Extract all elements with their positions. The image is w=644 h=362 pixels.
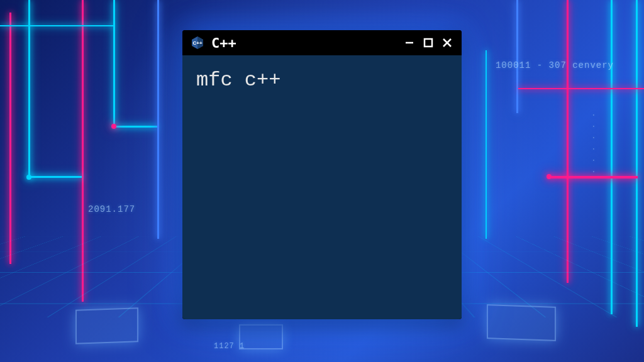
circuit-line	[28, 176, 82, 178]
circuit-line	[611, 0, 613, 314]
circuit-line	[550, 176, 638, 178]
circuit-line	[518, 88, 644, 89]
circuit-line	[113, 0, 115, 126]
circuit-line	[9, 13, 11, 264]
window-title: C++	[211, 35, 396, 51]
circuit-node	[547, 174, 552, 179]
minimize-button[interactable]	[402, 36, 416, 50]
circuit-node	[111, 124, 116, 129]
background-code-text: · · · · · ·	[590, 113, 597, 175]
circuit-line	[113, 126, 157, 128]
maximize-button[interactable]	[421, 36, 435, 50]
circuit-line	[636, 0, 638, 327]
close-button[interactable]	[440, 36, 454, 50]
circuit-line	[157, 0, 159, 239]
svg-rect-4	[425, 39, 432, 47]
circuit-line	[486, 50, 487, 239]
circuit-node	[26, 175, 31, 180]
floor-tile	[239, 324, 283, 349]
cpp-hexagon-icon: C++	[190, 35, 205, 50]
circuit-line	[28, 0, 30, 176]
floor-tile	[487, 304, 556, 341]
background-code-text: 100011 - 307 cenvery	[496, 60, 614, 70]
window-controls	[402, 36, 454, 50]
floor-tile	[75, 307, 138, 344]
circuit-line	[0, 25, 113, 26]
background-code-text: 2091.177	[88, 204, 135, 214]
circuit-line	[567, 0, 569, 283]
terminal-content[interactable]: mfc c++	[182, 55, 462, 319]
circuit-line	[516, 0, 518, 113]
svg-text:C++: C++	[192, 40, 202, 46]
terminal-window: C++ C++ mfc c++	[182, 30, 462, 319]
window-titlebar[interactable]: C++ C++	[182, 30, 462, 55]
